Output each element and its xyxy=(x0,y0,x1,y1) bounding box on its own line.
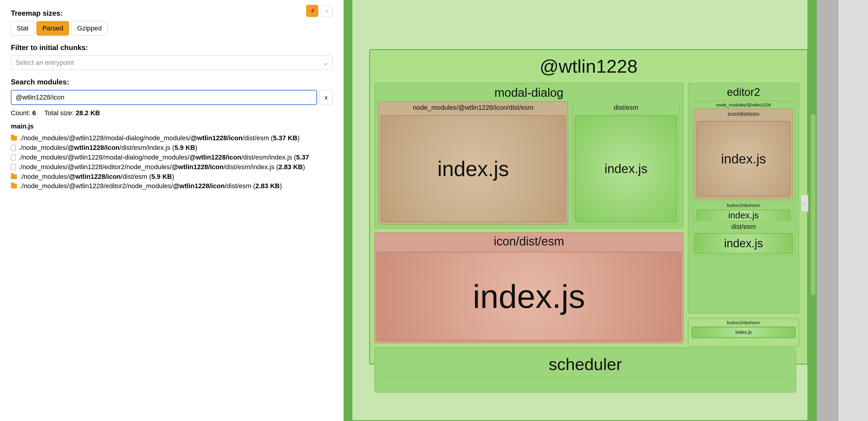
size-parsed-button[interactable]: Parsed xyxy=(36,21,69,36)
leaf-header: button2/dist/esm xyxy=(689,319,798,326)
leaf-header: node_modules/@wtlin1228/icon/dist/esm xyxy=(379,102,567,113)
treemap-leaf[interactable]: dist/esm index.js xyxy=(572,101,680,225)
treemap-node-editor2[interactable]: editor2 node_modules/@wtlin1228 icon/dis… xyxy=(688,83,799,313)
count-value: 6 xyxy=(32,109,36,117)
leaf-label: index.js xyxy=(696,121,790,197)
treemap-node-scheduler[interactable]: scheduler xyxy=(374,348,796,393)
node-title: modal-dialog xyxy=(375,84,683,101)
leaf-label: index.js xyxy=(694,233,793,253)
totalsize-value: 28.2 KB xyxy=(76,109,100,117)
treemap-node[interactable]: node_modules/@wtlin1228 icon/dist/esm in… xyxy=(692,100,795,218)
leaf-label: index.js xyxy=(692,327,795,338)
totalsize-label: Total size: xyxy=(44,109,74,117)
filter-label: Filter to initial chunks: xyxy=(11,43,333,52)
module-row[interactable]: ./node_modules/@wtlin1228/modal-dialog/n… xyxy=(11,133,333,143)
sidebar: 📌 ‹ Treemap sizes: Stat Parsed Gzipped F… xyxy=(0,0,344,421)
treemap-node-button2[interactable]: button2/dist/esm index.js xyxy=(688,318,799,347)
treemap-inner: @wtlin1228 modal-dialog node_modules/@wt… xyxy=(351,0,808,421)
size-stat-button[interactable]: Stat xyxy=(11,21,34,36)
module-path: ./node_modules/@wtlin1228/editor2/node_m… xyxy=(20,181,282,191)
chevron-left-icon: ‹ xyxy=(326,8,328,14)
clear-search-button[interactable]: x xyxy=(319,90,333,105)
leaf-label: index.js xyxy=(696,210,790,221)
treemap[interactable]: @wtlin1228 modal-dialog node_modules/@wt… xyxy=(344,0,868,421)
file-icon xyxy=(11,164,16,170)
leaf-header: icon/dist/esm xyxy=(695,109,792,119)
leaf-header: dist/esm xyxy=(692,221,795,233)
package-title: @wtlin1228 xyxy=(370,50,807,81)
module-row[interactable]: ./node_modules/@wtlin1228/editor2/node_m… xyxy=(11,181,333,191)
collapse-button[interactable]: ‹ xyxy=(321,5,333,17)
chevron-down-icon: ⌄ xyxy=(323,59,328,67)
module-list: ./node_modules/@wtlin1228/modal-dialog/n… xyxy=(11,133,333,191)
module-path: ./node_modules/@wtlin1228/modal-dialog/n… xyxy=(20,133,300,143)
search-input[interactable] xyxy=(11,90,317,105)
treemap-node[interactable] xyxy=(810,114,816,295)
module-path: ./node_modules/@wtlin1228/icon/dist/esm/… xyxy=(19,143,197,153)
node-title: editor2 xyxy=(689,84,798,100)
module-row[interactable]: ./node_modules/@wtlin1228/editor2/node_m… xyxy=(11,162,333,172)
size-button-group: Stat Parsed Gzipped xyxy=(11,21,333,36)
module-row[interactable]: ./node_modules/@wtlin1228/icon/dist/esm … xyxy=(11,172,333,182)
search-stats: Count: 6 Total size: 28.2 KB xyxy=(11,109,333,117)
leaf-header: icon/dist/esm xyxy=(375,233,683,250)
leaf-header: node_modules/@wtlin1228 xyxy=(692,101,795,109)
treemap-leaf[interactable] xyxy=(378,377,792,389)
count-label: Count: xyxy=(11,109,30,117)
treemap-leaf[interactable]: icon/dist/esm index.js xyxy=(694,109,793,199)
leaf-label: index.js xyxy=(381,115,566,222)
chunk-name: main.js xyxy=(11,122,333,130)
treemap-leaf-icon[interactable]: icon/dist/esm index.js xyxy=(374,232,684,343)
treemap-leaf[interactable]: node_modules/@wtlin1228/icon/dist/esm in… xyxy=(378,101,568,225)
treemap-leaf[interactable]: dist/esm index.js xyxy=(692,220,795,256)
leaf-label: index.js xyxy=(575,115,677,222)
pin-button[interactable]: 📌 xyxy=(306,5,318,17)
treemap-sizes-label: Treemap sizes: xyxy=(11,9,333,18)
treemap-gutter xyxy=(817,0,838,421)
file-icon xyxy=(11,145,16,151)
treemap-package[interactable]: @wtlin1228 modal-dialog node_modules/@wt… xyxy=(369,49,808,365)
ellipsis-icon: ... xyxy=(803,201,807,206)
module-row[interactable]: ./node_modules/@wtlin1228/icon/dist/esm/… xyxy=(11,143,333,153)
sidebar-top-buttons: 📌 ‹ xyxy=(306,5,333,17)
treemap-empty xyxy=(838,0,868,421)
leaf-label: index.js xyxy=(377,252,681,341)
entrypoint-select[interactable]: Select an entrypoint ⌄ xyxy=(11,56,333,70)
folder-icon xyxy=(11,136,17,141)
entrypoint-placeholder: Select an entrypoint xyxy=(16,59,74,67)
leaf-header: dist/esm xyxy=(573,102,679,113)
leaf-header: button2/dist/esm xyxy=(695,202,792,209)
treemap-stub xyxy=(692,259,795,309)
module-path: ./node_modules/@wtlin1228/modal-dialog/n… xyxy=(19,153,309,162)
treemap-node-modal-dialog[interactable]: modal-dialog node_modules/@wtlin1228/ico… xyxy=(374,83,684,229)
pin-icon: 📌 xyxy=(309,7,315,14)
size-gzipped-button[interactable]: Gzipped xyxy=(71,21,107,36)
folder-icon xyxy=(11,184,17,188)
node-title: scheduler xyxy=(375,348,795,377)
folder-icon xyxy=(11,174,17,179)
module-path: ./node_modules/@wtlin1228/icon/dist/esm … xyxy=(20,172,174,182)
module-path: ./node_modules/@wtlin1228/editor2/node_m… xyxy=(19,162,305,172)
search-row: x xyxy=(11,90,333,105)
treemap-outer: @wtlin1228 modal-dialog node_modules/@wt… xyxy=(344,0,817,421)
package-body: modal-dialog node_modules/@wtlin1228/ico… xyxy=(374,83,803,359)
treemap-leaf[interactable]: button2/dist/esm index.js xyxy=(694,201,793,217)
search-label: Search modules: xyxy=(11,78,333,86)
app-root: 📌 ‹ Treemap sizes: Stat Parsed Gzipped F… xyxy=(0,0,868,421)
module-row[interactable]: ./node_modules/@wtlin1228/modal-dialog/n… xyxy=(11,153,333,162)
ellipsis-tab[interactable]: ... xyxy=(801,195,808,212)
file-icon xyxy=(11,154,16,160)
